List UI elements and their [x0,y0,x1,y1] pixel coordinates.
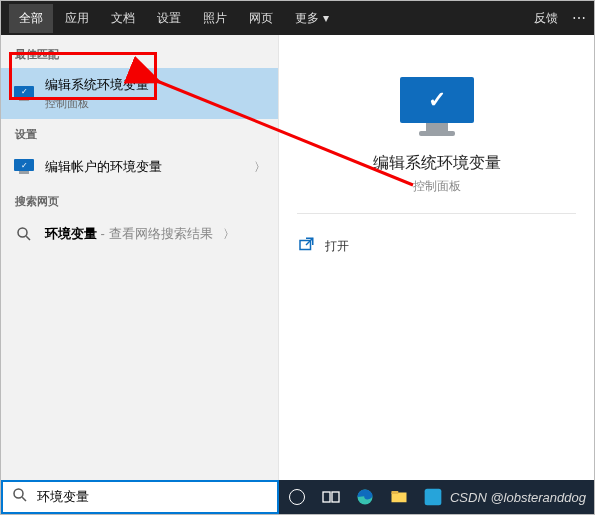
results-pane: 最佳匹配 编辑系统环境变量 控制面板 设置 编辑帐户的环境变量 〉 [1,35,279,480]
chevron-right-icon: 〉 [223,226,235,243]
tab-documents[interactable]: 文档 [101,4,145,33]
tab-all[interactable]: 全部 [9,4,53,33]
divider [297,213,576,214]
svg-rect-10 [392,491,399,494]
svg-point-4 [14,489,23,498]
cortana-icon[interactable] [283,483,311,511]
tab-apps[interactable]: 应用 [55,4,99,33]
svg-line-1 [26,236,30,240]
more-menu-button[interactable]: ⋯ [572,10,586,26]
open-icon [297,236,315,257]
section-web: 搜索网页 [1,186,278,215]
open-label: 打开 [325,238,349,255]
web-suffix: - 查看网络搜索结果 [97,226,213,241]
svg-point-0 [18,228,27,237]
svg-line-5 [22,497,26,501]
section-settings: 设置 [1,119,278,148]
detail-pane: 编辑系统环境变量 控制面板 打开 [279,35,594,480]
search-input[interactable] [37,490,269,505]
chevron-right-icon: 〉 [254,159,266,176]
edge-icon[interactable] [351,483,379,511]
result-web-search[interactable]: 环境变量 - 查看网络搜索结果 〉 [1,215,278,253]
search-header: 全部 应用 文档 设置 照片 网页 更多 ▾ 反馈 ⋯ [1,1,594,35]
feedback-link[interactable]: 反馈 [534,10,558,27]
svg-line-3 [306,238,313,245]
tab-settings[interactable]: 设置 [147,4,191,33]
result-subtitle: 控制面板 [45,96,266,111]
section-best-match: 最佳匹配 [1,39,278,68]
taskbar: CSDN @lobsteranddog [1,480,594,514]
svg-rect-7 [332,492,339,502]
control-panel-icon [13,83,35,105]
result-edit-account-env[interactable]: 编辑帐户的环境变量 〉 [1,148,278,186]
svg-rect-6 [323,492,330,502]
search-icon [13,223,35,245]
app-icon[interactable] [419,483,447,511]
tab-more[interactable]: 更多 ▾ [285,4,339,33]
detail-title: 编辑系统环境变量 [297,153,576,174]
web-query: 环境变量 [45,226,97,241]
watermark: CSDN @lobsteranddog [450,490,586,505]
system-settings-icon [400,77,474,139]
task-view-icon[interactable] [317,483,345,511]
tab-photos[interactable]: 照片 [193,4,237,33]
detail-subtitle: 控制面板 [297,178,576,195]
file-explorer-icon[interactable] [385,483,413,511]
result-title: 编辑帐户的环境变量 [45,158,244,176]
control-panel-icon [13,156,35,178]
tab-web[interactable]: 网页 [239,4,283,33]
chevron-down-icon: ▾ [323,11,329,25]
svg-rect-11 [425,489,442,506]
open-action[interactable]: 打开 [297,232,576,261]
result-edit-system-env[interactable]: 编辑系统环境变量 控制面板 [1,68,278,119]
search-icon [11,486,29,508]
filter-tabs: 全部 应用 文档 设置 照片 网页 更多 ▾ [9,4,534,33]
result-title: 编辑系统环境变量 [45,76,266,94]
taskbar-search[interactable] [1,480,279,514]
